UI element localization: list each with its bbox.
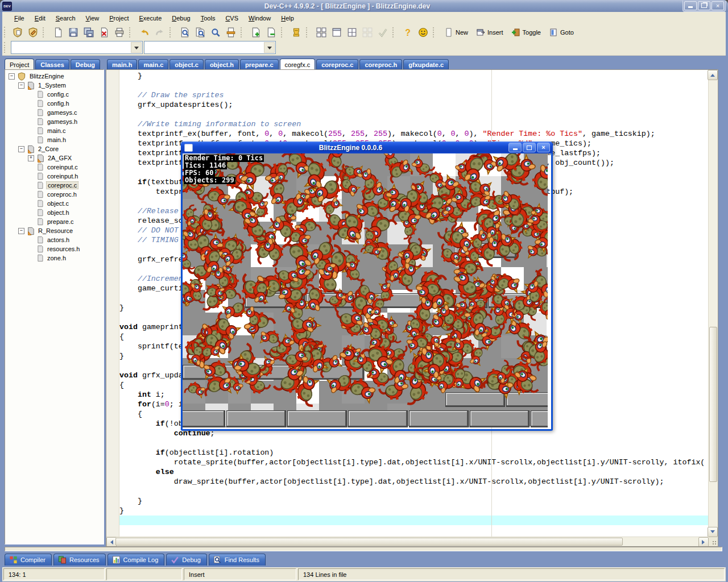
tree-item-zone-h[interactable]: zone.h [5,253,104,263]
game-maximize-button[interactable] [523,143,536,152]
dropdown-arrow-icon[interactable] [264,42,275,53]
hscroll-thumb[interactable] [115,538,623,546]
game-close-button[interactable]: × [537,143,550,152]
tree-item-coreproc-h[interactable]: coreproc.h [5,190,104,199]
report-tab-compiler[interactable]: Compiler [5,554,52,566]
classbrowser-toggle-button[interactable]: Toggle [507,26,545,39]
tree-item-coreinput-h[interactable]: coreinput.h [5,172,104,181]
tree-item-object-c[interactable]: object.c [5,199,104,208]
editor-hscrollbar[interactable] [106,537,709,546]
tree-item-main-h[interactable]: main.h [5,135,104,144]
save-button[interactable] [65,25,81,40]
tree-item-config-h[interactable]: config.h [5,99,104,108]
classbrowser-new-button[interactable]: New [440,26,472,39]
panel-tab-classes[interactable]: Classes [35,59,69,69]
menu-edit[interactable]: Edit [30,13,51,23]
file-tab-coreproc-h[interactable]: coreproc.h [359,59,402,69]
menu-search[interactable]: Search [51,13,81,23]
menu-view[interactable]: View [81,13,105,23]
title-bar[interactable]: DEV Dev-C++ 4.9.9.2 - [ BlitzzEngine ] -… [0,0,728,12]
search-again-button[interactable] [208,25,223,40]
tree-item-blitzzengine[interactable]: −BlitzzEngine [5,72,104,81]
dropdown-arrow-icon[interactable] [131,42,142,53]
tree-item-gamesys-c[interactable]: gamesys.c [5,108,104,117]
file-tab-object-c[interactable]: object.c [169,59,204,69]
arrange-button[interactable] [359,25,375,40]
report-tab-debug[interactable]: Debug [166,554,206,566]
report-splitter[interactable] [5,547,722,551]
fullscreen-button[interactable] [329,25,344,40]
save-all-button[interactable] [81,25,96,40]
scroll-down-arrow[interactable] [708,527,718,537]
menu-help[interactable]: Help [276,13,299,23]
target-select[interactable] [144,41,276,54]
new-project-button[interactable] [10,25,25,40]
tree-item-config-c[interactable]: config.c [5,90,104,99]
open-project-button[interactable] [25,25,40,40]
close-button[interactable]: × [712,1,724,10]
file-tab-coreproc-c[interactable]: coreproc.c [316,59,358,69]
compiler-select[interactable] [11,41,143,54]
tree-item-2-core[interactable]: −2_Core [5,144,104,153]
print-button[interactable] [111,25,127,40]
minimize-button[interactable] [684,1,697,10]
file-tab-gfxupdate-c[interactable]: gfxupdate.c [403,59,449,69]
collapse-box-icon[interactable]: − [18,146,24,152]
menu-execute[interactable]: Execute [134,13,167,23]
tree-item-actors-h[interactable]: actors.h [5,235,104,244]
file-tab-main-c[interactable]: main.c [138,59,168,69]
goto-line-button[interactable] [223,25,238,40]
vscroll-thumb[interactable] [709,327,717,482]
split-view-button[interactable] [344,25,359,40]
game-minimize-button[interactable] [508,143,522,152]
scroll-right-arrow[interactable] [698,537,709,547]
find-in-files-button[interactable] [192,25,208,40]
collapse-box-icon[interactable]: − [18,228,24,234]
report-tab-resources[interactable]: Resources [53,554,106,566]
panel-tab-debug[interactable]: Debug [71,59,100,69]
menu-file[interactable]: File [9,13,30,23]
close-file-button[interactable] [96,25,111,40]
classbrowser-insert-button[interactable]: Insert [472,26,507,39]
toolbar-grip[interactable] [4,42,8,53]
tree-item-coreproc-c[interactable]: coreproc.c [5,181,104,190]
collapse-box-icon[interactable]: − [9,73,15,80]
collapse-box-icon[interactable]: − [18,82,24,89]
tree-item-prepare-c[interactable]: prepare.c [5,217,104,226]
syntax-check-button[interactable] [375,25,390,40]
panel-tab-project[interactable]: Project [5,59,34,69]
file-tab-coregfx-c[interactable]: coregfx.c [280,59,316,69]
redo-button[interactable] [152,25,167,40]
menu-cvs[interactable]: CVS [220,13,243,23]
menu-debug[interactable]: Debug [167,13,195,23]
about-button[interactable] [415,25,431,40]
menu-project[interactable]: Project [104,13,134,23]
game-window[interactable]: BlitzzEngine 0.0.0.6 × Render Time: 0 Ti… [181,142,553,431]
tree-item-main-c[interactable]: main.c [5,126,104,135]
menu-tools[interactable]: Tools [196,13,221,23]
file-tab-object-h[interactable]: object.h [205,59,239,69]
classbrowser-goto-button[interactable]: Goto [545,26,578,39]
tree-item-gamesys-h[interactable]: gamesys.h [5,117,104,126]
profile-button[interactable] [288,25,304,40]
scroll-up-arrow[interactable] [708,70,718,80]
tree-item-2a-gfx[interactable]: +2A_GFX [5,153,104,163]
expand-box-icon[interactable]: + [28,155,34,161]
restore-button[interactable] [698,1,710,10]
project-tree[interactable]: −BlitzzEngine−1_Systemconfig.cconfig.hga… [5,69,104,544]
menu-window[interactable]: Window [243,13,276,23]
toolbar-grip[interactable] [4,27,8,38]
game-title-bar[interactable]: BlitzzEngine 0.0.0.6 × [181,142,553,153]
tree-item-object-h[interactable]: object.h [5,208,104,217]
editor-vscrollbar[interactable] [708,70,718,537]
file-tab-main-h[interactable]: main.h [107,59,137,69]
tree-item-resources-h[interactable]: resources.h [5,244,104,253]
file-tab-prepare-c[interactable]: prepare.c [240,59,279,69]
add-to-project-button[interactable] [248,25,263,40]
new-file-button[interactable] [50,25,65,40]
report-tab-find-results[interactable]: Find Results [209,554,266,566]
resize-grip[interactable] [709,537,718,546]
game-canvas[interactable] [183,153,548,427]
find-button[interactable] [177,25,192,40]
project-manager-toggle-button[interactable] [313,25,329,40]
